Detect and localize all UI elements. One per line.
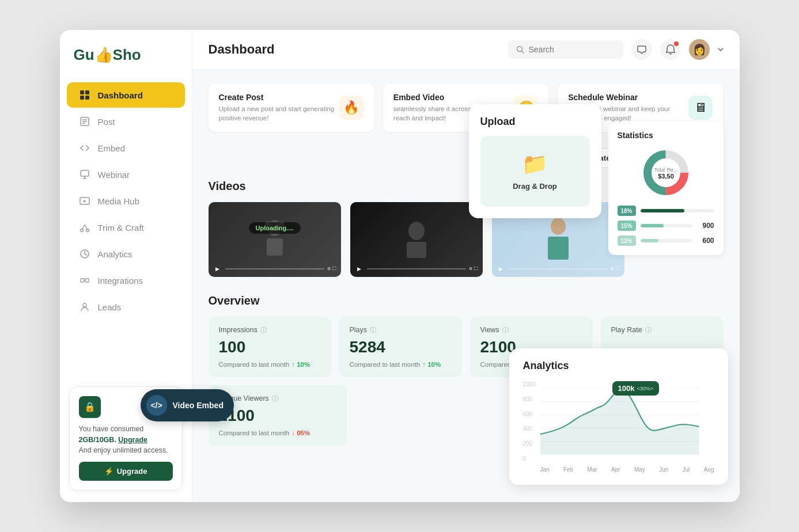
code-icon: </> [146, 395, 167, 416]
sidebar-item-analytics[interactable]: Analytics [67, 241, 185, 267]
lock-icon: 🔒 [79, 396, 101, 418]
logo-text: Gu👍Sho [74, 46, 141, 64]
svg-rect-3 [85, 96, 89, 100]
statistics-title: Statistics [618, 131, 714, 140]
sidebar-item-webinar[interactable]: Webinar [67, 162, 185, 187]
webinar-emoji-icon: 🖥 [688, 96, 713, 120]
donut-svg: Total Re... $3,50 [640, 147, 692, 199]
stats-bar-fill-3 [641, 239, 659, 242]
media-hub-icon [78, 195, 91, 207]
impressions-value: 100 [219, 338, 321, 356]
sidebar-item-embed[interactable]: Embed [67, 135, 185, 161]
message-icon [637, 44, 647, 55]
create-post-card[interactable]: Create Post Upload a new post and start … [209, 83, 374, 132]
search-box[interactable] [508, 40, 623, 59]
svg-line-22 [521, 51, 524, 54]
upload-panel: Upload 📁 Drag & Drop [469, 104, 601, 218]
stats-badge-1: 18% [618, 206, 636, 216]
sidebar-item-integrations[interactable]: Integrations [67, 268, 185, 293]
avatar[interactable]: 👩 [689, 39, 710, 60]
sidebar-item-leads[interactable]: Leads [67, 294, 185, 320]
svg-text:Total Re...: Total Re... [654, 167, 677, 173]
sidebar-item-dashboard[interactable]: Dashboard [67, 82, 185, 108]
stats-badge-2: 15% [618, 221, 636, 231]
video-controls-2: ▶ ⚙ ⛶ [350, 264, 483, 273]
unique-viewers-trend: ↓ 05% [291, 430, 310, 436]
sidebar-item-webinar-label: Webinar [98, 170, 130, 180]
main-content: Dashboard [192, 30, 740, 502]
sidebar-item-embed-label: Embed [98, 143, 126, 153]
video-card-2[interactable]: ▶ ⚙ ⛶ [350, 202, 483, 276]
create-post-desc: Upload a new post and start generating p… [219, 104, 339, 123]
message-button[interactable] [631, 39, 652, 60]
play-icon-2[interactable]: ▶ [355, 264, 364, 273]
embed-video-title: Embed Video [393, 93, 514, 102]
drag-drop-area[interactable]: 📁 Drag & Drop [480, 136, 590, 207]
chevron-down-icon[interactable] [718, 48, 724, 51]
stats-bar-fill-2 [641, 224, 664, 227]
sidebar-item-media-hub[interactable]: Media Hub [67, 188, 185, 214]
svg-point-28 [408, 222, 425, 240]
sidebar-nav: Dashboard Post [60, 75, 192, 377]
impressions-trend: ↑ 10% [291, 361, 310, 368]
video-card-1[interactable]: Uploading.... ▶ ⚙ ⛶ [209, 202, 341, 276]
play-icon-3[interactable]: ▶ [497, 264, 506, 273]
stats-val-2: 900 [697, 222, 714, 230]
post-icon [78, 115, 91, 128]
stats-val-3: 600 [697, 237, 714, 245]
stats-bar-2 [641, 224, 692, 227]
progress-bar-3 [509, 268, 608, 269]
chart-x-labels: Jan Feb Mar Apr May Jun Jul Aug [540, 466, 714, 473]
folder-large-icon: 📁 [522, 152, 548, 176]
schedule-webinar-title: Schedule Webinar [568, 93, 688, 102]
analytics-panel-title: Analytics [523, 360, 714, 372]
plays-info-icon: ⓘ [370, 326, 376, 335]
search-input[interactable] [529, 45, 609, 54]
impressions-info-icon: ⓘ [260, 326, 267, 335]
fire-icon: 🔥 [339, 96, 363, 120]
plays-label: Plays [350, 326, 368, 334]
svg-rect-29 [407, 242, 426, 258]
notification-dot [674, 41, 679, 46]
video-embed-bubble[interactable]: </> Video Embed [141, 389, 234, 421]
analytics-icon [78, 248, 91, 260]
drag-drop-label: Drag & Drop [513, 182, 557, 191]
sidebar-item-post[interactable]: Post [67, 109, 185, 134]
sidebar-item-media-hub-label: Media Hub [98, 196, 140, 206]
stats-row-2: 15% 900 [618, 221, 714, 231]
uploading-badge: Uploading.... [249, 222, 301, 234]
upgrade-button[interactable]: ⚡ Upgrade [79, 462, 173, 481]
video-controls-1: ▶ ⚙ ⛶ [209, 264, 341, 273]
bell-icon [666, 44, 675, 55]
play-rate-info-icon: ⓘ [645, 326, 652, 335]
plays-card: Plays ⓘ 5284 Compared to last month ↑ 10… [339, 317, 462, 377]
plays-value: 5284 [350, 338, 452, 356]
control-icons-2: ⚙ ⛶ [469, 267, 478, 271]
control-icons-3: ⚙ ⛶ [611, 267, 620, 271]
stats-bar-fill-1 [641, 209, 685, 212]
header-right: 👩 [508, 39, 724, 60]
unique-viewers-info-icon: ⓘ [272, 394, 278, 403]
play-icon-1[interactable]: ▶ [213, 264, 222, 273]
sidebar-item-integrations-label: Integrations [98, 276, 143, 286]
sidebar-item-analytics-label: Analytics [98, 249, 132, 259]
notification-button[interactable] [660, 39, 681, 60]
svg-rect-18 [85, 279, 89, 282]
create-post-title: Create Post [219, 93, 339, 102]
svg-rect-25 [267, 238, 283, 256]
donut-chart: Total Re... $3,50 [618, 147, 714, 199]
stats-row-3: 12% 600 [618, 235, 714, 246]
progress-bar-2 [367, 268, 466, 269]
svg-rect-8 [81, 170, 89, 176]
sidebar-item-leads-label: Leads [98, 302, 122, 312]
video-thumbnail-2 [396, 216, 437, 263]
impressions-label: Impressions [219, 326, 258, 334]
page-title: Dashboard [209, 42, 275, 57]
sidebar-item-trim-craft[interactable]: Trim & Craft [67, 215, 185, 240]
views-label: Views [480, 326, 499, 334]
svg-text:$3,50: $3,50 [658, 173, 674, 180]
svg-rect-31 [548, 237, 569, 260]
embed-icon [78, 142, 91, 154]
dashboard-icon [78, 89, 91, 101]
play-rate-label: Play Rate [611, 326, 642, 334]
